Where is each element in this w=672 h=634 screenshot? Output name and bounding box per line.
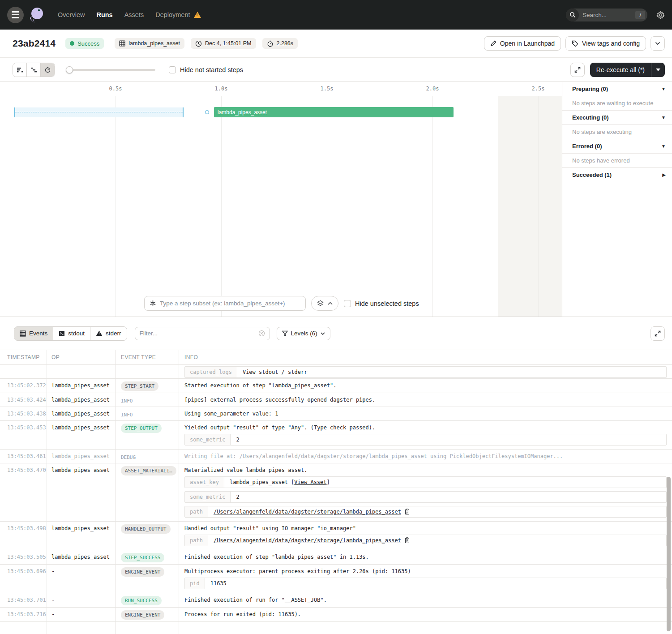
log-tab-Events[interactable]: Events	[14, 327, 53, 340]
log-row[interactable]: 13:45:03.498lambda_pipes_assetHANDLED_OU…	[0, 522, 672, 550]
expand-gantt-button[interactable]	[570, 63, 585, 77]
zoom-slider-knob[interactable]	[66, 66, 73, 73]
log-row[interactable]: 13:45:03.470lambda_pipes_assetASSET_MATE…	[0, 463, 672, 522]
metadata-value: 2	[231, 434, 244, 445]
log-timestamp: 13:45:02.372	[0, 379, 47, 393]
steps-section-header-2[interactable]: Errored (0)▼	[562, 139, 672, 154]
steps-section-empty-text: No steps are executing	[562, 125, 672, 139]
copy-icon[interactable]	[404, 537, 410, 544]
steps-section-header-3[interactable]: Succeeded (1)▶	[562, 168, 672, 182]
log-row[interactable]: 13:45:03.453lambda_pipes_assetSTEP_OUTPU…	[0, 421, 672, 450]
gantt-step-bar[interactable]: lambda_pipes_asset	[214, 107, 454, 117]
metadata-key: asset_key	[185, 477, 224, 488]
log-op	[47, 365, 116, 378]
waterfall-gantt-view-button[interactable]	[27, 63, 41, 77]
reexecute-all-label: Re-execute all (*)	[590, 63, 651, 77]
log-row[interactable]: 13:45:02.372lambda_pipes_assetSTEP_START…	[0, 379, 672, 393]
metadata-value: /Users/alangenfeld/data/dagster/storage/…	[208, 535, 415, 546]
metadata-value-text: 2	[236, 494, 239, 500]
asset-tag[interactable]: lambda_pipes_asset	[115, 38, 184, 49]
levels-filter-button[interactable]: Levels (6)	[277, 327, 330, 340]
hide-not-started-row: Hide not started steps	[169, 66, 243, 73]
steps-section-header-1[interactable]: Executing (0)▼	[562, 111, 672, 125]
grid-icon	[119, 40, 125, 47]
event-type-label: INFO	[121, 397, 133, 404]
gantt-gridline	[432, 96, 433, 317]
search-placeholder: Search...	[582, 12, 635, 18]
log-info-text: Started execution of step "lambda_pipes_…	[184, 382, 672, 389]
log-row[interactable]: 13:45:03.716-ENGINE_EVENTProcess for run…	[0, 608, 672, 622]
hide-unselected-checkbox[interactable]	[344, 300, 351, 307]
log-filter-input[interactable]: Filter...	[135, 327, 270, 340]
event-type-label: INFO	[121, 411, 133, 418]
log-row[interactable]: 13:45:03.505lambda_pipes_assetSTEP_SUCCE…	[0, 550, 672, 565]
log-tab-stderr[interactable]: stderr	[90, 327, 127, 340]
timed-gantt-view-button[interactable]	[41, 63, 55, 77]
nav-item-runs[interactable]: Runs	[96, 11, 112, 18]
view-asset-link[interactable]: View Asset	[294, 479, 326, 485]
metadata-key: path	[185, 506, 208, 517]
nav-item-assets[interactable]: Assets	[124, 11, 144, 18]
log-info-text: Process for run exited (pid: 11635).	[184, 611, 672, 617]
event-type-badge: RUN_SUCCESS	[121, 596, 162, 605]
log-row[interactable]: 13:45:03.696-ENGINE_EVENTMultiprocess ex…	[0, 565, 672, 593]
stopwatch-icon	[267, 40, 274, 47]
top-nav: OverviewRunsAssetsDeployment Search... /	[0, 0, 672, 30]
reexecute-dropdown-caret[interactable]	[651, 63, 665, 77]
steps-section-empty-text: No steps have errored	[562, 154, 672, 168]
log-row[interactable]: 13:45:03.701-RUN_SUCCESSFinished executi…	[0, 593, 672, 608]
metadata-suffix: [View Asset]	[291, 479, 330, 485]
reexecute-all-button[interactable]: Re-execute all (*)	[590, 63, 665, 77]
log-info-text: Finished execution of run for "__ASSET_J…	[184, 597, 672, 603]
view-tags-config-button[interactable]: View tags and config	[565, 36, 646, 51]
log-info: Handled output "result" using IO manager…	[179, 522, 672, 550]
log-row[interactable]: 13:45:03.438lambda_pipes_assetINFOUsing …	[0, 407, 672, 421]
gear-icon[interactable]	[656, 11, 665, 19]
log-tab-stdout[interactable]: stdout	[53, 327, 90, 340]
gantt-chart: 0.5s1.0s1.5s2.0s2.5s lambda_pipes_asset …	[0, 82, 562, 317]
metadata-value-link[interactable]: /Users/alangenfeld/data/dagster/storage/…	[214, 537, 401, 544]
metadata-value: lambda_pipes_asset[View Asset]	[224, 477, 335, 488]
flat-gantt-view-button[interactable]	[13, 63, 27, 77]
gantt-tick-label: 2.0s	[426, 86, 439, 92]
levels-label: Levels (6)	[291, 330, 317, 337]
log-timestamp	[0, 365, 47, 378]
log-op: lambda_pipes_asset	[47, 407, 116, 420]
expand-logs-button[interactable]	[651, 326, 665, 341]
log-timestamp: 13:45:03.438	[0, 407, 47, 420]
step-subset-input[interactable]: Type a step subset (ex: lambda_pipes_ass…	[144, 296, 306, 311]
log-row[interactable]: 13:45:03.424lambda_pipes_assetINFO[pipes…	[0, 393, 672, 407]
layers-toggle-button[interactable]	[311, 296, 338, 311]
hide-not-started-checkbox[interactable]	[169, 66, 176, 73]
log-timestamp: 13:45:03.716	[0, 608, 47, 621]
nav-links: OverviewRunsAssetsDeployment	[58, 11, 201, 18]
open-in-launchpad-button[interactable]: Open in Launchpad	[484, 36, 561, 51]
expand-icon	[574, 67, 581, 73]
run-id: 23ab2414	[13, 38, 56, 49]
metadata-entry: pid11635	[184, 578, 667, 589]
search-input[interactable]: Search... /	[566, 9, 647, 21]
zoom-slider[interactable]	[66, 66, 155, 73]
log-row[interactable]: 13:45:03.461lambda_pipes_assetDEBUGWriti…	[0, 450, 672, 463]
gantt-tick-label: 2.5s	[532, 86, 545, 92]
copy-icon[interactable]	[404, 509, 410, 515]
dagster-logo-icon[interactable]	[27, 5, 46, 24]
layers-icon	[317, 300, 324, 307]
metadata-value-link[interactable]: /Users/alangenfeld/data/dagster/storage/…	[214, 509, 401, 515]
clear-filter-icon[interactable]	[258, 330, 265, 337]
nav-item-overview[interactable]: Overview	[58, 11, 85, 18]
pencil-icon	[490, 40, 497, 47]
log-info: Finished execution of step "lambda_pipes…	[179, 550, 672, 564]
log-info-text: Using some_parameter value: 1	[184, 411, 672, 417]
log-row[interactable]: captured_logsView stdout / stderr	[0, 365, 672, 379]
status-badge: Success	[65, 38, 104, 49]
run-actions-dropdown-button[interactable]	[651, 36, 665, 51]
menu-icon[interactable]	[7, 7, 24, 23]
op-selector-icon	[150, 300, 156, 307]
log-info-text: Yielded output "result" of type "Any". (…	[184, 424, 672, 431]
log-event-type: INFO	[116, 407, 179, 420]
log-scrollbar[interactable]	[667, 477, 671, 631]
steps-section-header-0[interactable]: Preparing (0)▼	[562, 82, 672, 96]
nav-item-deployment[interactable]: Deployment	[155, 11, 201, 18]
log-timestamp: 13:45:03.696	[0, 565, 47, 593]
